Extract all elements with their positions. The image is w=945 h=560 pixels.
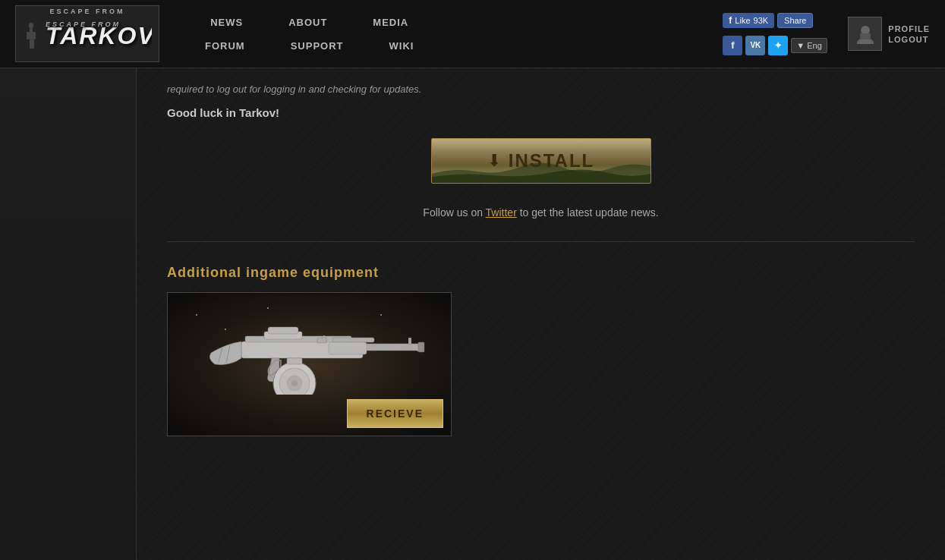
gun-area bbox=[168, 293, 451, 398]
section-divider bbox=[167, 241, 915, 242]
lang-label: Eng bbox=[807, 41, 822, 50]
svg-point-22 bbox=[291, 380, 298, 386]
svg-rect-15 bbox=[332, 338, 374, 342]
svg-rect-1 bbox=[30, 29, 33, 39]
additional-equipment-section: Additional ingame equipment bbox=[167, 265, 915, 436]
svg-text:ESCAPE FROM: ESCAPE FROM bbox=[46, 20, 121, 28]
top-required-text: required to log out for logging in and c… bbox=[167, 83, 915, 95]
nav-media[interactable]: MEDIA bbox=[373, 17, 408, 28]
svg-rect-14 bbox=[408, 338, 411, 345]
follow-suffix: to get the latest update news. bbox=[517, 206, 659, 219]
nav-support[interactable]: SUPPORT bbox=[291, 40, 344, 52]
like-label: Like bbox=[735, 16, 750, 25]
svg-rect-5 bbox=[32, 39, 34, 49]
svg-rect-26 bbox=[317, 338, 326, 343]
main-content: required to log out for logging in and c… bbox=[0, 68, 945, 560]
receive-button[interactable]: RECIEVE bbox=[347, 399, 443, 428]
nav-row-1: NEWS ABOUT MEDIA bbox=[205, 11, 414, 34]
svg-rect-3 bbox=[33, 32, 36, 39]
additional-section-title: Additional ingame equipment bbox=[167, 265, 915, 281]
svg-rect-2 bbox=[27, 32, 30, 39]
flag-icon: ▼ bbox=[796, 41, 805, 50]
fb-icon-small: f bbox=[729, 15, 732, 26]
language-selector[interactable]: ▼ Eng bbox=[791, 38, 827, 53]
logo-top-text: ESCAPE FROM bbox=[49, 8, 124, 15]
svg-rect-4 bbox=[30, 39, 32, 49]
twitter-link[interactable]: Twitter bbox=[486, 206, 517, 219]
social-area: f Like 93K Share f VK ✦ ▼ Eng bbox=[723, 13, 836, 55]
equipment-card: RECIEVE bbox=[167, 292, 452, 436]
install-label: Install bbox=[509, 150, 595, 171]
logout-link[interactable]: LOGOUT bbox=[888, 35, 930, 44]
twitter-icon[interactable]: ✦ bbox=[768, 36, 788, 55]
header: ESCAPE FROM TARKOV ESCAPE FROM bbox=[0, 0, 945, 68]
svg-rect-25 bbox=[268, 327, 298, 334]
facebook-share-button[interactable]: Share bbox=[777, 13, 813, 28]
profile-area: PROFILE LOGOUT bbox=[848, 17, 930, 51]
sidebar bbox=[0, 68, 137, 560]
svg-rect-13 bbox=[418, 342, 424, 352]
nav-news[interactable]: NEWS bbox=[210, 17, 243, 28]
like-count: 93K bbox=[754, 16, 769, 25]
nav-links: NEWS ABOUT MEDIA FORUM SUPPORT WIKI bbox=[205, 11, 414, 58]
good-luck-text: Good luck in Tarkov! bbox=[167, 106, 915, 119]
avatar bbox=[848, 17, 882, 51]
logo-box: ESCAPE FROM TARKOV ESCAPE FROM bbox=[15, 5, 159, 62]
profile-link[interactable]: PROFILE bbox=[888, 24, 930, 33]
svg-rect-0 bbox=[29, 23, 33, 29]
svg-rect-9 bbox=[860, 33, 871, 39]
profile-links: PROFILE LOGOUT bbox=[888, 24, 930, 44]
nav-wiki[interactable]: WIKI bbox=[389, 40, 414, 52]
content-area: required to log out for logging in and c… bbox=[137, 68, 945, 560]
gun-svg bbox=[181, 296, 439, 395]
install-icon: ⬇ bbox=[487, 151, 501, 171]
nav-forum[interactable]: FORUM bbox=[205, 40, 245, 52]
nav-row-2: FORUM SUPPORT WIKI bbox=[205, 34, 414, 58]
facebook-icon[interactable]: f bbox=[723, 36, 742, 55]
follow-text: Follow us on Twitter to get the latest u… bbox=[167, 206, 915, 219]
svg-rect-23 bbox=[287, 358, 302, 364]
install-button[interactable]: ⬇ Install bbox=[431, 138, 651, 184]
vk-icon[interactable]: VK bbox=[745, 36, 765, 55]
logo-area: ESCAPE FROM TARKOV ESCAPE FROM bbox=[15, 5, 159, 62]
nav-about[interactable]: ABOUT bbox=[288, 17, 327, 28]
svg-rect-16 bbox=[329, 342, 367, 354]
facebook-like-button[interactable]: f Like 93K bbox=[723, 13, 774, 28]
follow-prefix: Follow us on bbox=[423, 206, 485, 219]
social-icons: f VK ✦ ▼ Eng bbox=[723, 36, 827, 55]
logo-main-text: TARKOV ESCAPE FROM bbox=[23, 15, 152, 60]
install-button-wrapper: ⬇ Install bbox=[167, 138, 915, 184]
